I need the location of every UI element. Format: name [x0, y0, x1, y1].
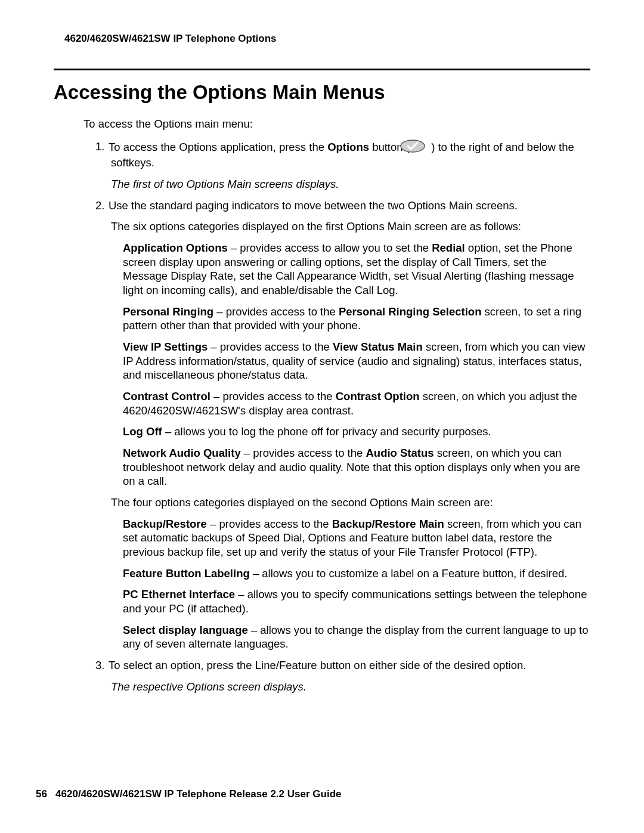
cat-log-off: Log Off – allows you to log the phone of…	[123, 425, 590, 439]
step-1: 1.To access the Options application, pre…	[95, 140, 590, 170]
step1-pre: To access the Options application, press…	[109, 140, 327, 153]
step-3: 3.To select an option, press the Line/Fe…	[95, 658, 590, 673]
step-list: 1.To access the Options application, pre…	[54, 140, 590, 170]
step1-bold: Options	[327, 140, 369, 153]
cat-application-options: Application Options – provides access to…	[123, 241, 590, 298]
page: 4620/4620SW/4621SW IP Telephone Options …	[0, 0, 644, 833]
second-screen-lead: The four options categories displayed on…	[111, 496, 590, 510]
page-number: 56	[36, 788, 47, 800]
intro-line: To access the Options main menu:	[83, 117, 590, 131]
running-head: 4620/4620SW/4621SW IP Telephone Options	[64, 33, 590, 45]
step3-result: The respective Options screen displays.	[111, 680, 590, 694]
cat-network-audio-quality: Network Audio Quality – provides access …	[123, 446, 590, 488]
cat-backup-restore: Backup/Restore – provides access to the …	[123, 517, 590, 559]
cat-pc-ethernet-interface: PC Ethernet Interface – allows you to sp…	[123, 587, 590, 615]
cat-personal-ringing: Personal Ringing – provides access to th…	[123, 305, 590, 333]
cat-feature-button-labeling: Feature Button Labeling – allows you to …	[123, 566, 590, 581]
step2-lead: The six options categories displayed on …	[111, 219, 590, 234]
step3-text: To select an option, press the Line/Feat…	[109, 659, 526, 671]
options-check-icon	[415, 140, 426, 156]
cat-select-display-language: Select display language – allows you to …	[123, 623, 590, 651]
cat-view-ip-settings: View IP Settings – provides access to th…	[123, 340, 590, 382]
body-text: To access the Options main menu: 1.To ac…	[54, 117, 590, 694]
page-footer: 56 4620/4620SW/4621SW IP Telephone Relea…	[36, 788, 341, 800]
step2-text: Use the standard paging indicators to mo…	[109, 199, 518, 212]
step-2: 2.Use the standard paging indicators to …	[95, 199, 590, 213]
section-title: Accessing the Options Main Menus	[54, 81, 590, 104]
cat-contrast-control: Contrast Control – provides access to th…	[123, 389, 590, 417]
step1-result: The first of two Options Main screens di…	[111, 177, 590, 191]
footer-title: 4620/4620SW/4621SW IP Telephone Release …	[55, 788, 341, 800]
section-rule	[54, 69, 590, 70]
